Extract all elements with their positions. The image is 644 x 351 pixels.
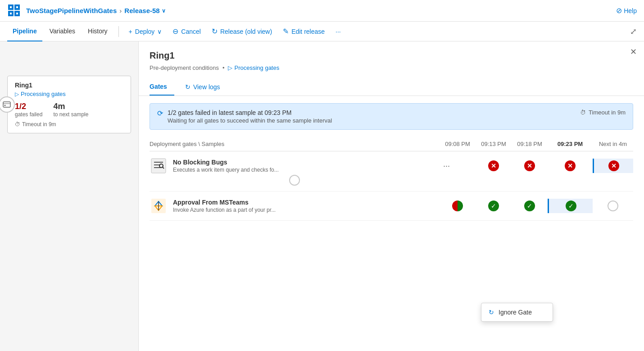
svg-rect-5 [16, 6, 18, 8]
gate-info-1: No Blocking Bugs Executes a work item qu… [150, 157, 440, 175]
panel-breadcrumb: Pre-deployment conditions • ▷ Processing… [150, 64, 633, 71]
header-col-2: 09:13 PM [476, 141, 512, 147]
breadcrumb-separator: › [119, 7, 122, 14]
stage-status[interactable]: ▷ Processing gates [15, 91, 123, 97]
svg-rect-6 [10, 13, 12, 14]
alert-subtitle: Waiting for all gates to succeed within … [168, 117, 332, 124]
gate-info-2: Approval From MSTeams Invoke Azure funct… [150, 197, 440, 215]
sub-nav: Pipeline Variables History + Deploy ∨ ⊖ … [0, 22, 644, 41]
panel-title: Ring1 [150, 50, 633, 61]
alert-text: 1/2 gates failed in latest sample at 09:… [168, 109, 332, 124]
help-button[interactable]: ⊘ Help [616, 6, 637, 15]
gate-icon-teams [150, 197, 168, 215]
processing-gates-link[interactable]: ▷ Processing gates [228, 64, 279, 71]
refresh-icon: ↻ [185, 83, 190, 91]
close-button[interactable]: ✕ [630, 47, 637, 57]
gate-desc-1: Executes a work item query and checks fo… [173, 167, 279, 173]
expand-button[interactable]: ⤢ [630, 27, 637, 36]
tab-history[interactable]: History [82, 22, 113, 41]
top-nav: TwoStagePipelineWithGates › Release-58 ∨… [0, 0, 644, 22]
svg-point-10 [5, 105, 6, 106]
refresh-icon: ↻ [212, 27, 218, 36]
stage-stats: 1/2 gates failed 4m to next sample [15, 102, 123, 118]
gate-status-2-4: ✓ [548, 199, 593, 213]
clock-icon: ⏱ [580, 109, 586, 116]
gates-failed-stat: 1/2 gates failed [15, 102, 42, 118]
release-old-view-button[interactable]: ↻ Release (old view) [207, 24, 277, 38]
tab-pipeline[interactable]: Pipeline [7, 22, 42, 41]
right-panel: ✕ Ring1 Pre-deployment conditions • ▷ Pr… [139, 41, 644, 351]
tab-variables[interactable]: Variables [44, 22, 81, 41]
cancel-button[interactable]: ⊖ Cancel [168, 24, 205, 38]
gate-details-2: Approval From MSTeams Invoke Azure funct… [173, 199, 276, 213]
stage-name: Ring1 [15, 82, 123, 89]
next-sample-value: 4m [53, 102, 88, 111]
gate-desc-2: Invoke Azure function as a part of your … [173, 207, 276, 213]
gates-failed-label: gates failed [15, 111, 42, 118]
gate-name-2: Approval From MSTeams [173, 199, 276, 206]
release-name[interactable]: Release-58 ∨ [124, 7, 165, 14]
header-col-name: Deployment gates \ Samples [150, 141, 440, 147]
chevron-down-icon: ∨ [157, 28, 162, 35]
gate-status-2-1 [440, 201, 476, 211]
gate-status-2-5 [593, 201, 633, 211]
context-menu: ↻ Ignore Gate [481, 303, 553, 322]
breadcrumb-dot: • [222, 64, 225, 71]
table-row: No Blocking Bugs Executes a work item qu… [150, 151, 633, 191]
stage-card-ring1: Ring1 ▷ Processing gates 1/2 gates faile… [7, 76, 131, 133]
gate-details-1: No Blocking Bugs Executes a work item qu… [173, 159, 279, 173]
app-name[interactable]: TwoStagePipelineWithGates [26, 7, 117, 14]
next-sample-label: to next sample [53, 111, 88, 118]
panel-tabs: Gates ↻ View logs [139, 78, 644, 96]
header-col-4: 09:23 PM [548, 141, 593, 147]
cancel-icon: ⊖ [172, 27, 178, 36]
timeout-label: ⏱ Timeout in 9m [15, 121, 123, 128]
conditions-label: Pre-deployment conditions [150, 64, 219, 71]
help-circle-icon: ⊘ [616, 6, 622, 15]
header-col-5: Next in 4m [593, 141, 633, 147]
gate-status-1-4: ✕ [593, 159, 633, 173]
ignore-gate-menu-item[interactable]: ↻ Ignore Gate [481, 305, 553, 319]
table-row: Approval From MSTeams Invoke Azure funct… [150, 191, 633, 221]
spinner-icon: ⟳ [157, 109, 163, 118]
svg-rect-11 [151, 159, 166, 173]
gates-failed-value: 1/2 [15, 102, 42, 111]
clock-icon: ⏱ [15, 121, 20, 128]
breadcrumb: TwoStagePipelineWithGates › Release-58 ∨ [26, 7, 616, 14]
play-icon: ▷ [15, 91, 19, 97]
main-layout: Ring1 ▷ Processing gates 1/2 gates faile… [0, 41, 644, 351]
edit-release-button[interactable]: ✎ Edit release [278, 24, 329, 38]
panel-header: Ring1 Pre-deployment conditions • ▷ Proc… [139, 41, 644, 71]
gates-table: Deployment gates \ Samples 09:08 PM 09:1… [150, 137, 633, 221]
play-icon: ▷ [228, 64, 232, 71]
nav-divider [118, 26, 119, 37]
tab-view-logs[interactable]: ↻ View logs [178, 79, 227, 95]
gate-status-2-2: ✓ [476, 201, 512, 211]
header-col-1: 09:08 PM [440, 141, 476, 147]
alert-main: ⟳ 1/2 gates failed in latest sample at 0… [157, 109, 332, 124]
chevron-down-icon: ∨ [162, 8, 166, 14]
stage-icon [0, 96, 15, 113]
tab-gates[interactable]: Gates [150, 78, 174, 96]
left-sidebar: Ring1 ▷ Processing gates 1/2 gates faile… [0, 41, 139, 351]
app-icon [7, 4, 22, 18]
alert-banner: ⟳ 1/2 gates failed in latest sample at 0… [150, 103, 633, 130]
gate-status-1-3: ✕ [548, 160, 593, 171]
alert-title: 1/2 gates failed in latest sample at 09:… [168, 109, 332, 116]
gate-more-button-1[interactable]: ··· [443, 162, 476, 170]
gate-name-1: No Blocking Bugs [173, 159, 279, 166]
svg-rect-8 [3, 102, 10, 107]
next-sample-stat: 4m to next sample [53, 102, 88, 118]
svg-rect-4 [10, 6, 12, 8]
gate-status-1-2: ✕ [512, 160, 548, 171]
table-header: Deployment gates \ Samples 09:08 PM 09:1… [150, 137, 633, 151]
plus-icon: + [129, 28, 132, 35]
pencil-icon: ✎ [283, 27, 289, 36]
more-actions-button[interactable]: ··· [331, 25, 345, 38]
refresh-icon: ↻ [489, 309, 494, 316]
svg-rect-7 [16, 13, 18, 14]
gate-icon-query [150, 157, 168, 175]
gate-status-2-3: ✓ [512, 201, 548, 211]
gate-status-1-5 [150, 175, 440, 186]
deploy-button[interactable]: + Deploy ∨ [124, 25, 167, 38]
